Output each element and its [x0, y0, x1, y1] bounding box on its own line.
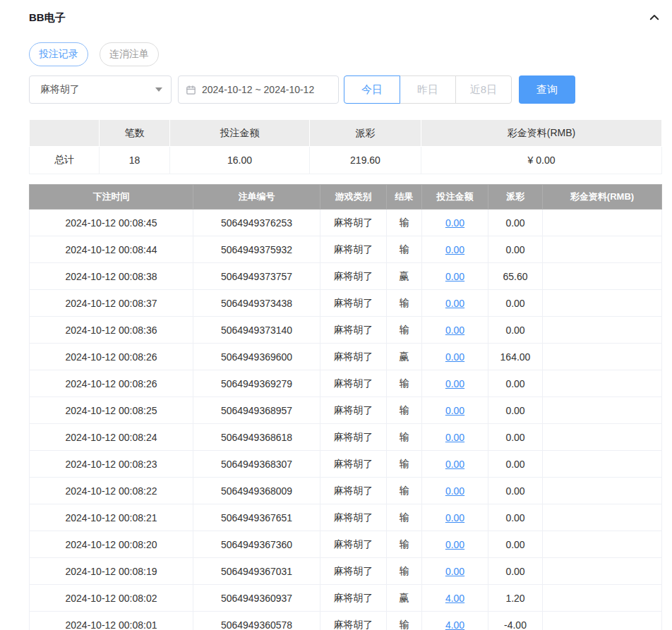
cell-time: 2024-10-12 00:08:22 — [30, 478, 193, 504]
bet-amount-link[interactable]: 0.00 — [445, 325, 464, 336]
bet-amount-link[interactable]: 0.00 — [445, 351, 464, 363]
cell-time: 2024-10-12 00:08:44 — [30, 236, 193, 263]
cell-game: 麻将胡了 — [320, 370, 387, 397]
table-row: 2024-10-12 00:08:365064949373140麻将胡了输0.0… — [30, 317, 662, 344]
bet-amount-link[interactable]: 0.00 — [445, 485, 464, 497]
cell-time: 2024-10-12 00:08:26 — [30, 344, 193, 370]
bet-amount-link[interactable]: 0.00 — [445, 271, 464, 282]
cell-order: 5064949375932 — [193, 236, 320, 263]
page-title: BB电子 — [29, 11, 66, 25]
cell-bet: 4.00 — [422, 585, 488, 612]
cell-game: 麻将胡了 — [320, 263, 387, 290]
bet-records-panel: BB电子 投注记录 连消注单 麻将胡了 2024-10-12 ~ 2024-10… — [0, 0, 672, 630]
summary-header-row: 笔数 投注金额 派彩 彩金资料(RMB) — [30, 120, 662, 147]
cell-bet: 0.00 — [422, 263, 488, 290]
date-range-input[interactable]: 2024-10-12 ~ 2024-10-12 — [178, 75, 339, 104]
panel-header: BB电子 — [29, 10, 662, 25]
cell-time: 2024-10-12 00:08:37 — [30, 290, 193, 317]
cell-bonus — [543, 558, 662, 585]
bet-amount-link[interactable]: 0.00 — [445, 244, 464, 255]
cell-result: 输 — [387, 612, 422, 630]
bet-amount-link[interactable]: 4.00 — [445, 593, 464, 604]
tab-bet-records[interactable]: 投注记录 — [29, 42, 88, 66]
summary-bonus: ¥ 0.00 — [421, 147, 662, 174]
cell-bet: 0.00 — [422, 558, 488, 585]
cell-result: 输 — [387, 451, 422, 478]
bet-amount-link[interactable]: 0.00 — [445, 217, 464, 229]
bet-table-header-row: 下注时间 注单编号 游戏类别 结果 投注金额 派彩 彩金资料(RMB) — [30, 185, 662, 210]
cell-payout: 0.00 — [488, 210, 543, 236]
table-row: 2024-10-12 00:08:195064949367031麻将胡了输0.0… — [30, 558, 662, 585]
cell-bet: 0.00 — [422, 370, 488, 397]
bet-amount-link[interactable]: 0.00 — [445, 459, 464, 470]
quick-btn-yesterday[interactable]: 昨日 — [400, 75, 456, 104]
date-range-value: 2024-10-12 ~ 2024-10-12 — [202, 84, 314, 95]
cell-time: 2024-10-12 00:08:24 — [30, 424, 193, 451]
cell-bonus — [543, 370, 662, 397]
cell-order: 5064949367651 — [193, 504, 320, 531]
table-row: 2024-10-12 00:08:015064949360578麻将胡了输4.0… — [30, 612, 662, 630]
cell-bet: 0.00 — [422, 210, 488, 236]
bet-amount-link[interactable]: 0.00 — [445, 298, 464, 309]
cell-order: 5064949369279 — [193, 370, 320, 397]
bet-amount-link[interactable]: 0.00 — [445, 539, 464, 550]
bet-amount-link[interactable]: 0.00 — [445, 432, 464, 443]
header-game-type: 游戏类别 — [320, 185, 387, 210]
bet-amount-link[interactable]: 0.00 — [445, 566, 464, 577]
table-row: 2024-10-12 00:08:385064949373757麻将胡了赢0.0… — [30, 263, 662, 290]
summary-payout: 219.60 — [310, 147, 421, 174]
summary-total-row: 总计 18 16.00 219.60 ¥ 0.00 — [30, 147, 662, 174]
bet-amount-link[interactable]: 0.00 — [445, 405, 464, 416]
cell-time: 2024-10-12 00:08:25 — [30, 397, 193, 424]
cell-game: 麻将胡了 — [320, 344, 387, 370]
game-type-select[interactable]: 麻将胡了 — [29, 75, 172, 104]
game-type-value: 麻将胡了 — [40, 83, 80, 96]
search-button[interactable]: 查询 — [519, 75, 575, 104]
cell-game: 麻将胡了 — [320, 236, 387, 263]
cell-bet: 0.00 — [422, 317, 488, 344]
cell-payout: 0.00 — [488, 504, 543, 531]
table-row: 2024-10-12 00:08:375064949373438麻将胡了输0.0… — [30, 290, 662, 317]
cell-bet: 0.00 — [422, 504, 488, 531]
cell-time: 2024-10-12 00:08:45 — [30, 210, 193, 236]
quick-btn-last8days[interactable]: 近8日 — [455, 75, 512, 104]
cell-bet: 0.00 — [422, 451, 488, 478]
table-row: 2024-10-12 00:08:265064949369279麻将胡了输0.0… — [30, 370, 662, 397]
bet-amount-link[interactable]: 0.00 — [445, 512, 464, 523]
cell-time: 2024-10-12 00:08:21 — [30, 504, 193, 531]
cell-game: 麻将胡了 — [320, 424, 387, 451]
cell-result: 输 — [387, 397, 422, 424]
summary-header-count: 笔数 — [100, 120, 170, 147]
cell-bonus — [543, 424, 662, 451]
table-row: 2024-10-12 00:08:265064949369600麻将胡了赢0.0… — [30, 344, 662, 370]
cell-result: 赢 — [387, 344, 422, 370]
collapse-button[interactable] — [647, 10, 662, 25]
cell-game: 麻将胡了 — [320, 478, 387, 504]
cell-game: 麻将胡了 — [320, 210, 387, 236]
cell-bonus — [543, 504, 662, 531]
cell-payout: 0.00 — [488, 317, 543, 344]
cell-bet: 4.00 — [422, 612, 488, 630]
header-bonus: 彩金资料(RMB) — [543, 185, 662, 210]
bet-amount-link[interactable]: 4.00 — [445, 619, 464, 630]
cell-result: 输 — [387, 504, 422, 531]
bet-amount-link[interactable]: 0.00 — [445, 378, 464, 389]
header-order-number: 注单编号 — [193, 185, 320, 210]
cell-payout: -4.00 — [488, 612, 543, 630]
cell-payout: 0.00 — [488, 478, 543, 504]
cell-payout: 164.00 — [488, 344, 543, 370]
cell-result: 输 — [387, 370, 422, 397]
header-payout: 派彩 — [488, 185, 543, 210]
cell-bonus — [543, 397, 662, 424]
cell-time: 2024-10-12 00:08:38 — [30, 263, 193, 290]
cell-bonus — [543, 612, 662, 630]
quick-btn-today[interactable]: 今日 — [344, 75, 400, 104]
summary-header-blank — [30, 120, 100, 147]
table-row: 2024-10-12 00:08:025064949360937麻将胡了赢4.0… — [30, 585, 662, 612]
tab-cancelled-orders[interactable]: 连消注单 — [100, 42, 159, 66]
table-row: 2024-10-12 00:08:445064949375932麻将胡了输0.0… — [30, 236, 662, 263]
cell-order: 5064949373438 — [193, 290, 320, 317]
cell-order: 5064949373140 — [193, 317, 320, 344]
filter-bar: 麻将胡了 2024-10-12 ~ 2024-10-12 今日 昨日 近8日 查… — [29, 75, 662, 104]
table-row: 2024-10-12 00:08:225064949368009麻将胡了输0.0… — [30, 478, 662, 504]
